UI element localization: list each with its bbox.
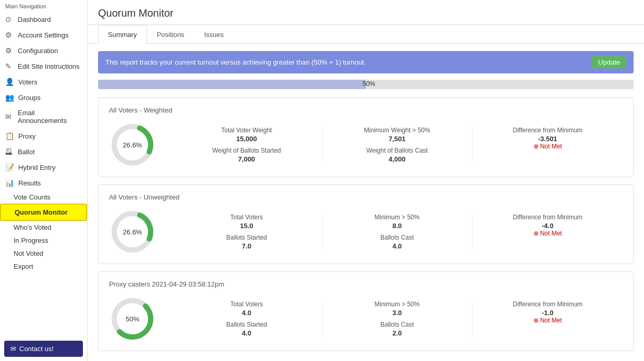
stat-sub-label: Ballots Cast: [327, 321, 467, 328]
sidebar-item-label: Configuration: [18, 47, 58, 55]
stat-label: Total Voters: [177, 301, 317, 308]
not-met-badge: ⊗ Not Met: [478, 230, 617, 237]
sidebar-item-dashboard[interactable]: ⊙ Dashboard: [0, 11, 87, 27]
card-weighted-body: 26.6% Total Voter Weight 15,000 Weight o…: [109, 121, 623, 168]
progress-bar-fill: [98, 80, 366, 89]
sidebar-sub-whos-voted[interactable]: Who's Voted: [0, 221, 87, 234]
sidebar-item-label: Groups: [18, 94, 41, 102]
stat-label: Total Voter Weight: [177, 127, 317, 134]
sidebar-item-proxy[interactable]: 📋 Proxy: [0, 128, 87, 144]
sidebar-sub-vote-counts[interactable]: Vote Counts: [0, 191, 87, 204]
card-proxy-title: Proxy casters 2021-04-29 03:58:12pm: [109, 280, 623, 288]
stat-sub-label: Weight of Ballots Cast: [327, 147, 467, 154]
sidebar-item-account-settings[interactable]: ⚙ Account Settings: [0, 27, 87, 43]
stat-value: 7,501: [327, 135, 467, 143]
sidebar-item-label: Hybrid Entry: [18, 164, 56, 171]
sidebar-item-email-announcements[interactable]: ✉ Email Announcements: [0, 105, 87, 128]
sidebar: Main Navigation ⊙ Dashboard ⚙ Account Se…: [0, 0, 88, 361]
stat-label: Minimum Weight > 50%: [327, 127, 467, 134]
main-content: Quorum Monitor Summary Positions Issues …: [88, 0, 644, 361]
sidebar-item-groups[interactable]: 👥 Groups: [0, 90, 87, 105]
stat-weighted-2: Difference from Minimum -3.501 ⊗ Not Met: [472, 127, 623, 163]
sidebar-item-label: Edit Site Instructions: [18, 63, 80, 70]
dashboard-icon: ⊙: [5, 15, 14, 23]
stat-label: Minimum > 50%: [327, 214, 467, 221]
sidebar-item-label: Voters: [18, 78, 38, 86]
card-weighted: All Voters - Weighted 26.6% Total Voter …: [98, 97, 634, 177]
sidebar-sub-quorum-monitor[interactable]: Quorum Monitor: [0, 204, 87, 221]
tab-issues[interactable]: Issues: [194, 25, 234, 44]
stat-sub-value: 7.0: [177, 242, 317, 250]
card-proxy-stats: Total Voters 4.0 Ballots Started 4.0 Min…: [172, 301, 623, 337]
sidebar-sub-export[interactable]: Export: [0, 260, 87, 273]
donut-proxy: 50%: [109, 295, 156, 342]
stat-sub-label: Ballots Cast: [327, 234, 467, 241]
sidebar-item-label: Account Settings: [18, 31, 69, 39]
banner-text: This report tracks your current turnout …: [105, 58, 366, 66]
stat-label: Difference from Minimum: [478, 214, 617, 221]
donut-weighted-label: 26.6%: [123, 141, 142, 149]
stat-value: 4.0: [177, 309, 317, 317]
stat-value: -4.0: [478, 222, 617, 230]
stat-value: 8.0: [327, 222, 467, 230]
page-title: Quorum Monitor: [98, 7, 634, 19]
sidebar-item-edit-site-instructions[interactable]: ✎ Edit Site Instructions: [0, 58, 87, 74]
not-met-badge: ⊗ Not Met: [478, 317, 617, 324]
stat-unweighted-0: Total Voters 15.0 Ballots Started 7.0: [172, 214, 322, 250]
card-unweighted-title: All Voters - Unweighted: [109, 193, 623, 201]
results-icon: 📊: [5, 179, 14, 187]
contact-button[interactable]: ✉ Contact us!: [4, 341, 83, 357]
ballot-icon: 🗳: [5, 147, 14, 156]
stat-value: -3.501: [478, 135, 617, 143]
stat-weighted-0: Total Voter Weight 15,000 Weight of Ball…: [172, 127, 322, 163]
sidebar-item-label: Email Announcements: [18, 109, 82, 125]
not-met-icon: ⊗: [533, 230, 539, 237]
stat-proxy-2: Difference from Minimum -1.0 ⊗ Not Met: [472, 301, 623, 337]
page-header: Quorum Monitor: [88, 0, 644, 25]
update-button[interactable]: Update: [592, 56, 626, 68]
stat-weighted-1: Minimum Weight > 50% 7,501 Weight of Bal…: [322, 127, 473, 163]
stat-sub-value: 7,000: [177, 155, 317, 163]
stat-sub-value: 4,000: [327, 155, 467, 163]
card-unweighted-body: 26.6% Total Voters 15.0 Ballots Started …: [109, 208, 623, 255]
sidebar-item-voters[interactable]: 👤 Voters: [0, 74, 87, 90]
sidebar-item-ballot[interactable]: 🗳 Ballot: [0, 144, 87, 159]
stat-proxy-1: Minimum > 50% 3.0 Ballots Cast 2.0: [322, 301, 473, 337]
sidebar-item-hybrid-entry[interactable]: 📝 Hybrid Entry: [0, 159, 87, 175]
progress-bar: 50%: [98, 80, 634, 89]
not-met-text: Not Met: [540, 230, 562, 237]
not-met-text: Not Met: [540, 317, 562, 324]
card-unweighted: All Voters - Unweighted 26.6% Total Vote…: [98, 184, 634, 264]
email-icon: ✉: [5, 113, 14, 121]
tab-bar: Summary Positions Issues: [88, 25, 644, 44]
envelope-icon: ✉: [10, 345, 16, 353]
not-met-icon: ⊗: [533, 317, 539, 324]
sidebar-item-configuration[interactable]: ⚙ Configuration: [0, 43, 87, 58]
edit-icon: ✎: [5, 62, 14, 70]
stat-sub-label: Ballots Started: [177, 321, 317, 328]
tab-summary[interactable]: Summary: [98, 25, 147, 44]
stat-unweighted-1: Minimum > 50% 8.0 Ballots Cast 4.0: [322, 214, 473, 250]
progress-bar-label: 50%: [362, 80, 375, 88]
sidebar-item-label: Dashboard: [18, 16, 51, 23]
sidebar-sub-in-progress[interactable]: In Progress: [0, 234, 87, 247]
card-weighted-stats: Total Voter Weight 15,000 Weight of Ball…: [172, 127, 623, 163]
tab-content: This report tracks your current turnout …: [88, 44, 644, 361]
sidebar-item-results[interactable]: 📊 Results: [0, 175, 87, 191]
sidebar-item-label: Results: [18, 179, 41, 187]
card-proxy: Proxy casters 2021-04-29 03:58:12pm 50% …: [98, 271, 634, 351]
donut-proxy-label: 50%: [126, 315, 139, 323]
proxy-icon: 📋: [5, 132, 14, 140]
not-met-text: Not Met: [540, 143, 562, 150]
tab-positions[interactable]: Positions: [147, 25, 195, 44]
stat-sub-label: Weight of Ballots Started: [177, 147, 317, 154]
sidebar-item-label: Proxy: [18, 132, 35, 140]
donut-unweighted-label: 26.6%: [123, 228, 142, 236]
hybrid-icon: 📝: [5, 163, 14, 171]
contact-label: Contact us!: [19, 345, 54, 353]
stat-sub-value: 4.0: [327, 242, 467, 250]
not-met-badge: ⊗ Not Met: [478, 143, 617, 150]
quorum-monitor-label: Quorum Monitor: [15, 208, 68, 216]
settings-icon: ⚙: [5, 31, 14, 39]
sidebar-sub-not-voted[interactable]: Not Voted: [0, 247, 87, 260]
